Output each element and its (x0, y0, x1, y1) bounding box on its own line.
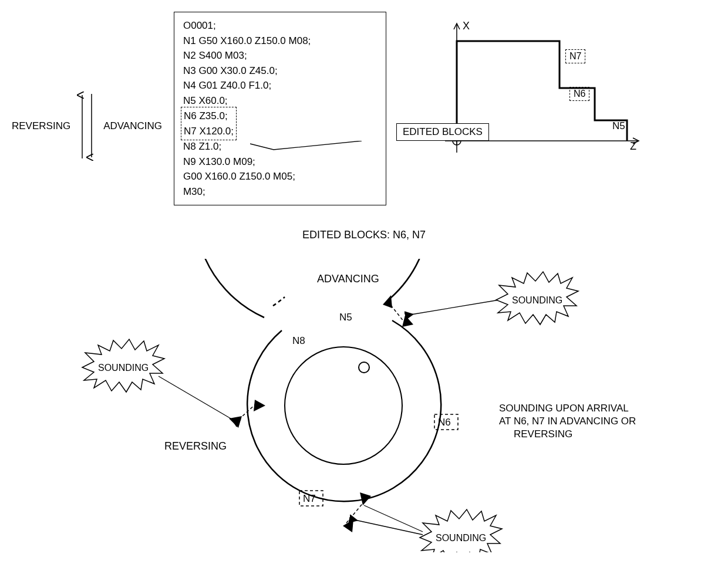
code-line: N1 G50 X160.0 Z150.0 M08; (183, 33, 377, 49)
svg-text:N6: N6 (438, 417, 451, 428)
dial-section: N5 N8 ADVANCING REVERSING N6 N7 SOUN (12, 259, 716, 552)
dial-svg: N5 N8 ADVANCING REVERSING N6 N7 SOUN (12, 259, 716, 552)
edited-caption: EDITED BLOCKS: N6, N7 (12, 229, 716, 241)
top-section: REVERSING ADVANCING O0001; N1 G50 X160.0… (12, 12, 716, 205)
svg-text:SOUNDING: SOUNDING (436, 533, 486, 543)
n5-label: N5 (612, 120, 625, 131)
svg-point-8 (359, 362, 369, 373)
profile-graph: X Z N5 N7 N6 (433, 12, 645, 195)
sounding-burst-icon: SOUNDING (82, 339, 164, 392)
svg-point-7 (285, 347, 402, 464)
code-line: N5 X60.0; (183, 93, 377, 109)
reversing-label: REVERSING (12, 120, 70, 132)
direction-labels: REVERSING ADVANCING (12, 88, 162, 164)
code-line: N8 Z1.0; (183, 139, 377, 154)
svg-text:AT N6, N7 IN ADVANCING OR: AT N6, N7 IN ADVANCING OR (499, 416, 636, 427)
axis-z-label: Z (630, 140, 636, 152)
profile-n6: N6 (569, 87, 589, 101)
svg-line-19 (364, 505, 423, 532)
svg-text:REVERSING: REVERSING (514, 428, 572, 440)
profile-n7: N7 (565, 49, 585, 63)
edited-callout: EDITED BLOCKS (396, 123, 489, 141)
svg-line-16 (411, 300, 499, 315)
code-line: N4 G01 Z40.0 F1.0; (183, 78, 377, 93)
svg-text:REVERSING: REVERSING (164, 440, 227, 452)
code-wrapper: O0001; N1 G50 X160.0 Z150.0 M08; N2 S400… (174, 12, 386, 205)
code-line-edited: N7 X120.0; (184, 124, 234, 139)
svg-text:SOUNDING UPON ARRIVAL: SOUNDING UPON ARRIVAL (499, 403, 629, 414)
code-line-edited: N6 Z35.0; (184, 109, 234, 124)
svg-text:N7: N7 (303, 493, 316, 504)
edited-block-group: N6 Z35.0; N7 X120.0; (181, 107, 237, 140)
code-line: M30; (183, 184, 377, 200)
axis-x-label: X (463, 20, 470, 32)
svg-text:N8: N8 (292, 335, 305, 346)
code-line: N9 X130.0 M09; (183, 154, 377, 170)
code-line: O0001; (183, 18, 377, 33)
code-line: N3 G00 X30.0 Z45.0; (183, 63, 377, 79)
svg-line-17 (159, 376, 234, 420)
sounding-burst-icon: SOUNDING (420, 509, 502, 552)
sounding-burst-icon: SOUNDING (496, 272, 578, 325)
svg-text:N5: N5 (339, 312, 352, 323)
vertical-arrows-icon (76, 88, 97, 164)
svg-text:ADVANCING: ADVANCING (317, 273, 379, 285)
gcode-listing: O0001; N1 G50 X160.0 Z150.0 M08; N2 S400… (174, 12, 386, 205)
code-line: G00 X160.0 Z150.0 M05; (183, 169, 377, 184)
code-line: N2 S400 M03; (183, 48, 377, 63)
advancing-label: ADVANCING (103, 120, 162, 132)
svg-text:SOUNDING: SOUNDING (512, 295, 562, 305)
svg-text:SOUNDING: SOUNDING (98, 363, 149, 373)
